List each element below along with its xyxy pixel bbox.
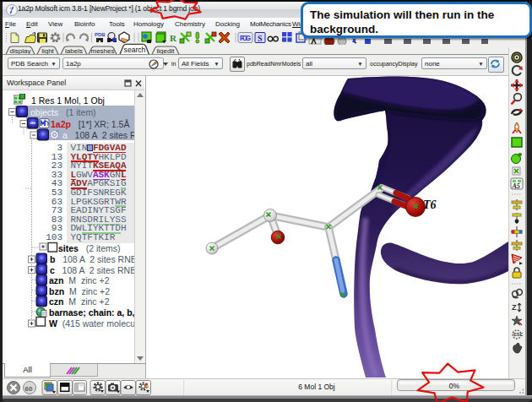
svg-text:ESC: ESC (513, 332, 523, 337)
svg-text:Z: Z (512, 303, 517, 312)
svg-text:60: 60 (25, 385, 33, 393)
svg-text:search: search (124, 46, 146, 54)
svg-text:R: R (170, 33, 177, 43)
svg-text:T6: T6 (423, 198, 437, 211)
svg-text:A5: A5 (512, 182, 520, 190)
svg-text:6 Mol 1 Obj: 6 Mol 1 Obj (298, 383, 335, 391)
svg-text:FOG: FOG (240, 34, 251, 42)
svg-text:0%: 0% (449, 382, 460, 390)
svg-text:PDB: PDB (95, 32, 106, 37)
svg-text:S: S (258, 34, 263, 43)
